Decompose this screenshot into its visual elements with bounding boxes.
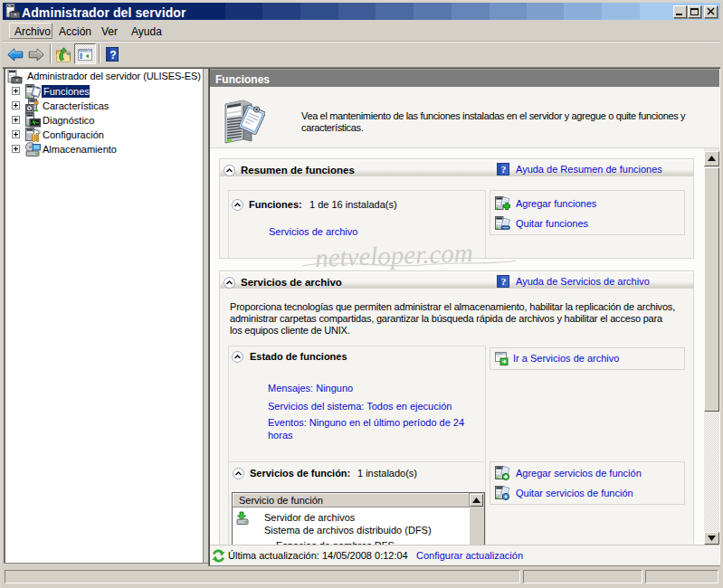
svg-text:?: ? [501, 276, 507, 287]
svg-text:?: ? [109, 49, 116, 62]
svg-text:?: ? [501, 164, 507, 175]
